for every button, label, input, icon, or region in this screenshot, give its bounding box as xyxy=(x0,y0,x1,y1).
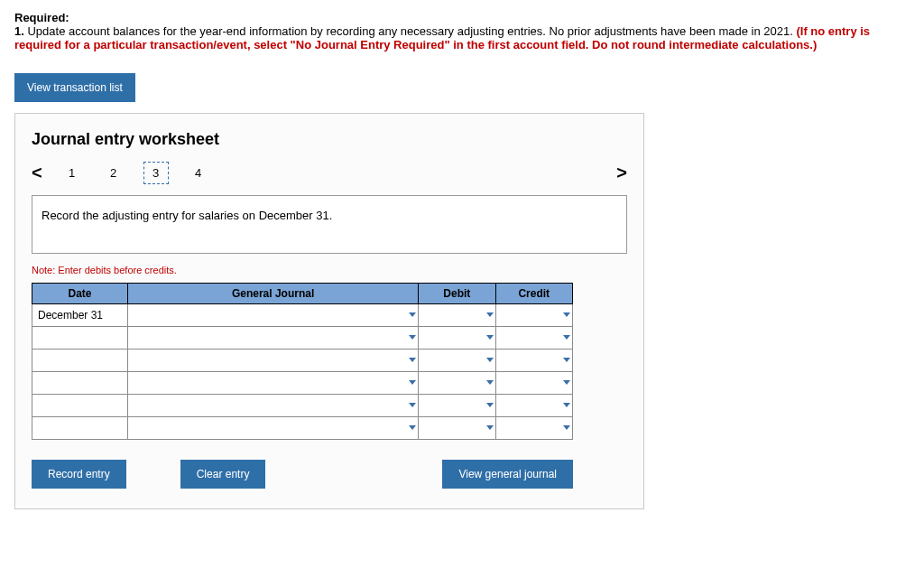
required-block: Required: 1. Update account balances for… xyxy=(14,11,881,51)
general-journal-cell[interactable] xyxy=(128,304,419,327)
table-row xyxy=(32,395,573,417)
general-journal-cell[interactable] xyxy=(128,350,419,372)
entry-instruction-text: Record the adjusting entry for salaries … xyxy=(42,209,332,222)
debit-cell[interactable] xyxy=(419,372,495,395)
pager-step-3[interactable]: 3 xyxy=(143,162,169,184)
table-row xyxy=(32,417,573,440)
credit-cell[interactable] xyxy=(495,417,572,440)
general-journal-cell[interactable] xyxy=(128,372,419,395)
debit-cell[interactable] xyxy=(419,350,495,372)
date-cell[interactable] xyxy=(32,350,128,372)
general-journal-cell[interactable] xyxy=(128,395,419,417)
debits-before-credits-note: Note: Enter debits before credits. xyxy=(32,265,627,275)
worksheet-button-row: Record entry Clear entry View general jo… xyxy=(32,460,573,489)
entry-instruction-box: Record the adjusting entry for salaries … xyxy=(32,195,627,254)
date-cell[interactable]: December 31 xyxy=(32,304,128,327)
debit-cell[interactable] xyxy=(419,417,495,440)
required-heading: Required: xyxy=(14,11,69,24)
pager-step-2[interactable]: 2 xyxy=(102,166,125,180)
debit-cell[interactable] xyxy=(419,304,495,327)
view-general-journal-button[interactable]: View general journal xyxy=(442,460,573,489)
general-journal-cell[interactable] xyxy=(128,417,419,440)
instruction-text: Update account balances for the year-end… xyxy=(24,24,797,38)
date-cell[interactable] xyxy=(32,417,128,440)
debit-cell[interactable] xyxy=(419,327,495,350)
credit-cell[interactable] xyxy=(495,304,572,327)
col-header-general-journal: General Journal xyxy=(128,284,419,304)
pager-next-button[interactable]: > xyxy=(616,163,627,183)
table-row xyxy=(32,350,573,372)
journal-entry-worksheet-card: Journal entry worksheet < 1 2 3 4 > Reco… xyxy=(14,113,644,509)
journal-table: Date General Journal Debit Credit Decemb… xyxy=(32,283,573,440)
view-transaction-list-button[interactable]: View transaction list xyxy=(14,73,135,102)
table-row xyxy=(32,372,573,395)
date-cell[interactable] xyxy=(32,395,128,417)
worksheet-title: Journal entry worksheet xyxy=(32,130,627,149)
debit-cell[interactable] xyxy=(419,395,495,417)
col-header-debit: Debit xyxy=(419,284,495,304)
clear-entry-button[interactable]: Clear entry xyxy=(180,460,266,489)
pager-prev-button[interactable]: < xyxy=(32,163,42,183)
credit-cell[interactable] xyxy=(495,350,572,372)
general-journal-cell[interactable] xyxy=(128,327,419,350)
pager-step-4[interactable]: 4 xyxy=(187,166,210,180)
credit-cell[interactable] xyxy=(495,372,572,395)
item-number: 1. xyxy=(14,24,24,38)
worksheet-pager: < 1 2 3 4 > xyxy=(32,162,627,184)
date-cell[interactable] xyxy=(32,327,128,350)
col-header-credit: Credit xyxy=(495,284,572,304)
credit-cell[interactable] xyxy=(495,395,572,417)
date-cell[interactable] xyxy=(32,372,128,395)
col-header-date: Date xyxy=(32,284,128,304)
credit-cell[interactable] xyxy=(495,327,572,350)
table-row xyxy=(32,327,573,350)
record-entry-button[interactable]: Record entry xyxy=(32,460,126,489)
table-row: December 31 xyxy=(32,304,573,327)
pager-step-1[interactable]: 1 xyxy=(60,166,84,180)
